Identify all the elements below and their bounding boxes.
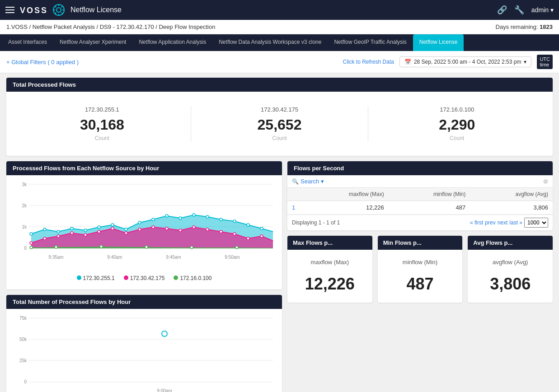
search-button[interactable]: 🔍 Search ▾ — [292, 178, 324, 185]
min-flows-header: Min Flows p... — [378, 236, 463, 250]
flows-by-hour-header: Processed Flows from Each Netflow Source… — [6, 161, 282, 175]
tab-netflow-data-workspace[interactable]: Netflow Data Analysis Workspace v3 clone — [212, 34, 328, 51]
total-flows-hour-header: Total Number of Processed Flows by Hour — [6, 295, 282, 309]
top-navigation: VOSS Netflow License 🔗 🔧 admin ▾ — [0, 0, 559, 20]
svg-point-37 — [206, 215, 209, 218]
svg-point-62 — [30, 246, 33, 249]
svg-point-38 — [220, 218, 222, 221]
total-flows-header: Total Processed Flows — [6, 78, 553, 92]
stat-value-3: 2,290 — [368, 117, 545, 133]
table-footer: Displaying 1 - 1 of 1 « first prev next … — [287, 215, 553, 230]
svg-point-59 — [247, 237, 249, 240]
per-page-select[interactable]: 1000 500 250 — [524, 218, 548, 228]
last-page-btn[interactable]: last » — [509, 219, 522, 226]
svg-line-9 — [55, 13, 56, 14]
total-flows-hour-panel: Total Number of Processed Flows by Hour … — [6, 295, 282, 392]
min-flows-body: minflow (Min) 487 — [378, 250, 463, 303]
tab-netflow-analyser[interactable]: Netflow Analyser Xperiment — [53, 34, 132, 51]
svg-point-46 — [70, 232, 73, 234]
prev-page-btn[interactable]: prev — [485, 219, 495, 226]
breadcrumb-bar: 1.VOSS / Netflow Packet Analysis / DS9 -… — [0, 20, 559, 34]
svg-point-53 — [165, 227, 168, 230]
max-flows-panel: Max Flows p... maxflow (Max) 12,226 — [287, 236, 372, 303]
stat-ip-2: 172.30.42.175 — [191, 106, 368, 113]
chevron-down-icon: ▾ — [550, 6, 554, 14]
svg-point-39 — [233, 220, 236, 223]
flows-per-second-header: Flows per Second — [287, 161, 553, 175]
svg-point-47 — [84, 233, 87, 236]
svg-point-41 — [260, 227, 263, 230]
cell-maxflow: 12,226 — [301, 201, 389, 215]
avg-flows-value: 3,806 — [475, 275, 545, 294]
svg-point-56 — [206, 228, 209, 231]
date-range-text: 28 Sep, 2022 5:00 am - 4 Oct, 2022 2:53 … — [414, 59, 521, 65]
svg-point-67 — [235, 246, 238, 249]
stat-label-1: Count — [14, 135, 191, 141]
hamburger-menu[interactable] — [5, 7, 14, 13]
svg-point-2 — [56, 8, 61, 12]
pagination: « first prev next last » 1000 500 250 — [470, 218, 548, 228]
tab-asset-interfaces[interactable]: Asset Interfaces — [2, 34, 53, 51]
svg-point-57 — [220, 230, 222, 233]
svg-point-60 — [260, 235, 263, 238]
refresh-data-btn[interactable]: Click to Refresh Data — [343, 59, 394, 65]
admin-dropdown[interactable]: admin ▾ — [531, 6, 554, 14]
svg-point-33 — [152, 218, 155, 221]
days-remaining: Days remaining: 1823 — [496, 23, 553, 30]
avg-flows-body: avgflow (Avg) 3,806 — [468, 250, 553, 303]
tab-netflow-license[interactable]: Netflow License — [413, 34, 464, 51]
first-page-btn[interactable]: « first — [470, 219, 483, 226]
display-count: Displaying 1 - 1 of 1 — [292, 219, 340, 226]
search-chevron: ▾ — [321, 178, 324, 185]
chevron-down-icon: ▾ — [524, 59, 526, 65]
flows-per-second-panel: Flows per Second 🔍 Search ▾ ⊘ maxflow (M… — [287, 161, 553, 230]
svg-line-8 — [61, 13, 63, 14]
svg-text:0: 0 — [24, 246, 27, 251]
svg-point-35 — [179, 217, 182, 219]
min-flows-label: minflow (Min) — [385, 259, 456, 266]
svg-text:9:35am: 9:35am — [48, 255, 63, 260]
stat-ip-3: 172.16.0.100 — [368, 106, 545, 113]
svg-point-36 — [193, 214, 195, 216]
legend-item-1: 172.30.255.1 — [77, 275, 115, 281]
tab-bar: Asset Interfaces Netflow Analyser Xperim… — [0, 34, 559, 51]
global-filters-btn[interactable]: + Global Filters ( 0 applied ) — [6, 59, 79, 65]
tab-netflow-application[interactable]: Netflow Application Analysis — [132, 34, 212, 51]
svg-point-28 — [84, 229, 87, 232]
date-range-picker[interactable]: 📅 28 Sep, 2022 5:00 am - 4 Oct, 2022 2:5… — [399, 56, 532, 67]
flows-by-hour-legend: 172.30.255.1 172.30.42.175 172.16.0.100 — [11, 271, 277, 285]
flows-by-hour-panel: Processed Flows from Each Netflow Source… — [6, 161, 282, 289]
metric-panels: Max Flows p... maxflow (Max) 12,226 Min … — [287, 236, 553, 303]
breadcrumb: 1.VOSS / Netflow Packet Analysis / DS9 -… — [6, 23, 215, 30]
reset-icon[interactable]: ⊘ — [543, 178, 548, 185]
wrench-icon[interactable]: 🔧 — [514, 5, 524, 15]
tab-netflow-geoip[interactable]: Netflow GeoIP Traffic Analysis — [328, 34, 413, 51]
svg-text:25k: 25k — [19, 358, 27, 363]
svg-point-48 — [98, 230, 100, 233]
svg-point-63 — [55, 246, 57, 248]
svg-point-77 — [162, 331, 167, 336]
min-flows-panel: Min Flows p... minflow (Min) 487 — [378, 236, 463, 303]
svg-text:75k: 75k — [19, 316, 27, 321]
nav-right: 🔗 🔧 admin ▾ — [497, 5, 554, 15]
stat-item-3: 172.16.0.100 2,290 Count — [368, 106, 545, 141]
svg-text:9:00am: 9:00am — [157, 388, 172, 392]
link-icon[interactable]: 🔗 — [497, 5, 507, 15]
total-flows-hour-chart-container: 75k 50k 25k 0 9:00am count (Sum) — [6, 309, 282, 392]
avg-flows-panel: Avg Flows p... avgflow (Avg) 3,806 — [468, 236, 553, 303]
two-col-section: Processed Flows from Each Netflow Source… — [6, 161, 553, 392]
svg-point-52 — [152, 226, 155, 229]
svg-point-29 — [98, 226, 100, 229]
cell-minflow: 487 — [389, 201, 470, 215]
stat-item-1: 172.30.255.1 30,168 Count — [14, 106, 191, 141]
calendar-icon: 📅 — [404, 59, 411, 65]
min-flows-value: 487 — [385, 275, 456, 294]
avg-flows-label: avgflow (Avg) — [475, 259, 545, 266]
table-header-row: maxflow (Max) minflow (Min) avgflow (Avg… — [287, 188, 553, 201]
next-page-btn[interactable]: next — [498, 219, 508, 226]
col-header-avgflow: avgflow (Avg) — [470, 188, 553, 201]
max-flows-label: maxflow (Max) — [295, 259, 365, 266]
legend-item-2: 172.30.42.175 — [124, 275, 165, 281]
svg-point-24 — [30, 233, 33, 235]
svg-text:1k: 1k — [22, 224, 27, 229]
